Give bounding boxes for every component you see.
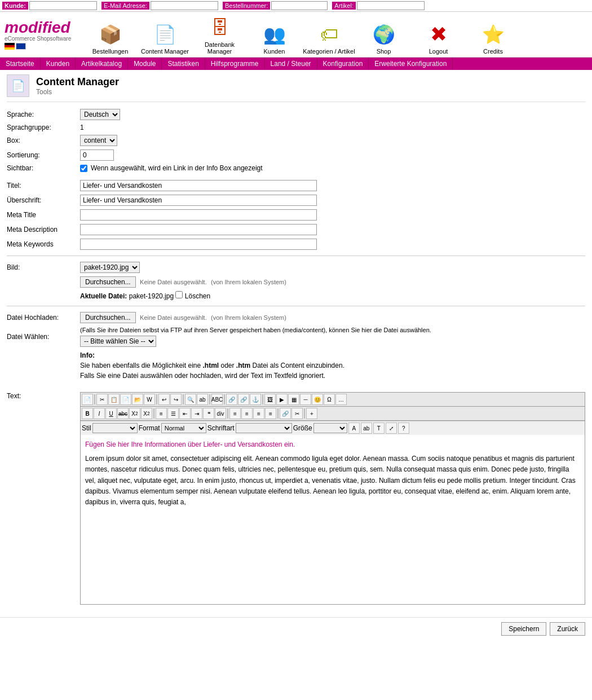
- toolbar-ul-btn[interactable]: ☰: [167, 408, 179, 419]
- toolbar-remove-format-btn[interactable]: T: [373, 422, 385, 434]
- bild-browse-button[interactable]: Durchsuchen...: [80, 276, 136, 288]
- toolbar-source-btn[interactable]: 📄: [82, 394, 93, 405]
- meta-title-row: Meta Title: [7, 209, 585, 221]
- datei-hochladen-browse-button[interactable]: Durchsuchen...: [80, 312, 136, 323]
- toolbar-subscript-btn[interactable]: X2: [129, 408, 140, 419]
- schriftart-select[interactable]: [236, 423, 292, 433]
- toolbar-redo-btn[interactable]: ↪: [170, 394, 182, 405]
- toolbar-sep-3: [183, 394, 184, 404]
- titel-input[interactable]: [80, 180, 317, 191]
- toolbar-find-btn[interactable]: 🔍: [185, 394, 196, 405]
- toolbar-underline-btn[interactable]: U: [105, 408, 117, 419]
- nav-statistiken[interactable]: Statistiken: [162, 58, 205, 70]
- toolbar-sep-9: [277, 408, 279, 419]
- toolbar-div-btn[interactable]: div: [215, 408, 226, 419]
- nav-shop[interactable]: 🌍 Shop: [357, 21, 410, 55]
- groesse-label: Größe: [293, 424, 312, 432]
- sortierung-row: Sortierung:: [7, 149, 585, 161]
- toolbar-superscript-btn[interactable]: X2: [141, 408, 152, 419]
- nav-bestellungen[interactable]: 📦 Bestellungen: [83, 21, 137, 55]
- toolbar-bold-btn[interactable]: B: [82, 408, 93, 419]
- meta-desc-input[interactable]: [80, 224, 317, 235]
- content-manager-icon: 📄: [152, 21, 179, 48]
- stil-select[interactable]: [92, 423, 138, 433]
- nav-erweiterte-konfiguration[interactable]: Erweiterte Konfiguration: [369, 58, 453, 70]
- nav-logout[interactable]: ✖ Logout: [412, 21, 465, 55]
- toolbar-paste-text-btn[interactable]: 📂: [132, 394, 143, 405]
- nav-module[interactable]: Module: [128, 58, 162, 70]
- toolbar-link2-btn[interactable]: 🔗: [280, 408, 291, 419]
- nav-credits[interactable]: ⭐ Credits: [466, 21, 520, 55]
- meta-desc-value: [80, 224, 585, 235]
- sprachgruppe-label: Sprachgruppe:: [7, 124, 80, 131]
- toolbar-align-justify-btn[interactable]: ≡: [265, 408, 276, 419]
- toolbar-italic-btn[interactable]: I: [94, 408, 105, 419]
- artikel-input[interactable]: [357, 1, 425, 10]
- meta-title-input[interactable]: [80, 209, 317, 221]
- toolbar-anchor-btn[interactable]: ⚓: [250, 394, 261, 405]
- email-input[interactable]: [151, 1, 218, 10]
- toolbar-bgcolor-btn[interactable]: ab: [361, 422, 372, 434]
- toolbar-color-btn[interactable]: A: [348, 422, 360, 434]
- toolbar-paste-btn[interactable]: 📄: [120, 394, 131, 405]
- nav-konfiguration[interactable]: Konfiguration: [317, 58, 369, 70]
- groesse-select[interactable]: [313, 423, 347, 433]
- toolbar-img-btn[interactable]: 🖼: [264, 394, 276, 405]
- toolbar-ol-btn[interactable]: ⁠≡: [156, 408, 167, 419]
- nav-content-manager[interactable]: 📄 Content Manager: [138, 21, 192, 55]
- toolbar-row2: B I U abc X2 X2 ⁠≡ ☰ ⇤ ⇥ ❝ div: [82, 408, 584, 419]
- back-button[interactable]: Zurück: [550, 622, 585, 636]
- toolbar-blockquote-btn[interactable]: ❝: [203, 408, 214, 419]
- nav-hilfsprogramme[interactable]: Hilfsprogramme: [205, 58, 265, 70]
- box-select[interactable]: content default info: [80, 135, 117, 146]
- save-button[interactable]: Speichern: [501, 622, 546, 636]
- toolbar-insert-btn[interactable]: +: [306, 408, 317, 419]
- nav-land-steuer[interactable]: Land / Steuer: [265, 58, 317, 70]
- toolbar-strikethrough-btn[interactable]: abc: [117, 408, 129, 419]
- toolbar-cut-btn[interactable]: ✂: [96, 394, 108, 405]
- nav-startseite[interactable]: Startseite: [0, 58, 41, 70]
- toolbar-indent-btn[interactable]: ⇥: [191, 408, 202, 419]
- toolbar-special-btn[interactable]: Ω: [324, 394, 335, 405]
- bild-select[interactable]: paket-1920.jpg: [80, 262, 140, 273]
- toolbar-align-right-btn[interactable]: ≡: [253, 408, 264, 419]
- toolbar-copy-btn[interactable]: 📋: [108, 394, 120, 405]
- bestell-input[interactable]: [271, 1, 328, 10]
- toolbar-paste-word-btn[interactable]: W: [144, 394, 155, 405]
- toolbar-undo-btn[interactable]: ↩: [158, 394, 170, 405]
- toolbar-more-btn[interactable]: …: [335, 394, 347, 405]
- toolbar-hline-btn[interactable]: ─: [300, 394, 311, 405]
- delete-checkbox[interactable]: [175, 291, 183, 298]
- toolbar-flash-btn[interactable]: ▶: [276, 394, 288, 405]
- datei-waehlen-select[interactable]: -- Bitte wählen Sie --: [80, 336, 156, 347]
- editor-area[interactable]: Fügen Sie hier Ihre Informationen über L…: [81, 435, 585, 604]
- ueberschrift-input[interactable]: [80, 195, 317, 206]
- page-title: Content Manager: [36, 76, 119, 88]
- nav-datenbank-manager[interactable]: 🗄 Datenbank Manager: [193, 14, 246, 55]
- meta-keywords-input[interactable]: [80, 239, 317, 250]
- sichtbar-row: Sichtbar: Wenn ausgewählt, wird ein Link…: [7, 164, 585, 172]
- toolbar-sep-2: [156, 394, 157, 404]
- toolbar-maximize-btn[interactable]: ⤢: [386, 422, 397, 434]
- kunde-input[interactable]: [29, 1, 97, 10]
- toolbar-spell-btn[interactable]: ABC: [211, 394, 223, 405]
- toolbar-replace-btn[interactable]: ab: [197, 394, 208, 405]
- toolbar-unlink2-btn[interactable]: ✂: [291, 408, 303, 419]
- toolbar-help-btn[interactable]: ?: [398, 422, 409, 434]
- toolbar-link-btn[interactable]: 🔗: [226, 394, 237, 405]
- sortierung-input[interactable]: [80, 149, 114, 161]
- toolbar-align-left-btn[interactable]: ≡: [229, 408, 241, 419]
- toolbar-table-btn[interactable]: ▦: [288, 394, 299, 405]
- text-label: Text:: [7, 390, 80, 400]
- nav-artikelkatalog[interactable]: Artikelkatalog: [76, 58, 128, 70]
- format-select[interactable]: Normal: [161, 423, 206, 433]
- nav-kunden[interactable]: 👥 Kunden: [248, 21, 301, 55]
- toolbar-outdent-btn[interactable]: ⇤: [179, 408, 191, 419]
- sichtbar-checkbox[interactable]: [80, 165, 87, 172]
- toolbar-smiley-btn[interactable]: 😊: [312, 394, 323, 405]
- nav-kunden-menu[interactable]: Kunden: [41, 58, 76, 70]
- toolbar-align-center-btn[interactable]: ≡: [241, 408, 253, 419]
- toolbar-unlink-btn[interactable]: 🔗: [238, 394, 249, 405]
- nav-kategorien-artikel[interactable]: 🏷 Kategorien / Artikel: [302, 21, 356, 55]
- sprache-select[interactable]: Deutsch: [80, 109, 120, 120]
